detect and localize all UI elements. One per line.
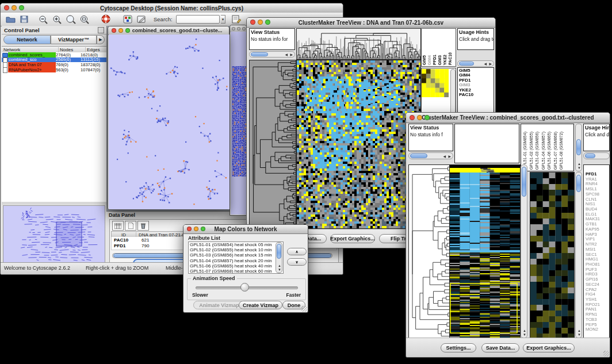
scroll-right-arrow[interactable]: ▶ <box>290 53 293 56</box>
attribute-list-item[interactable]: GPL51-04 (GSM857) heat shock 20 min <box>189 258 283 263</box>
network-view-canvas[interactable] <box>109 35 230 209</box>
scroll-left-arrow[interactable]: ◀ <box>484 62 487 66</box>
scroll-right-arrow[interactable]: ▶ <box>448 155 451 158</box>
tv2-button[interactable]: Settings... <box>441 343 476 352</box>
scroll-left-arrow[interactable]: ◀ <box>443 155 446 158</box>
zoom-selected-icon[interactable] <box>65 14 78 25</box>
zoom-in-icon[interactable] <box>51 14 64 25</box>
heatmap-scroll-thumb[interactable] <box>522 167 526 197</box>
tv2-zoom-heatmap[interactable] <box>530 172 575 338</box>
tv1-usage-scroll-thumb[interactable] <box>459 62 474 66</box>
minimize-button[interactable] <box>194 227 198 231</box>
scroll-up-arrow[interactable]: ▲ <box>577 329 581 332</box>
attribute-list-item[interactable]: GPL51-01 (GSM854) heat shock 05 min <box>189 242 283 247</box>
zoom-button[interactable] <box>201 227 205 231</box>
attribute-list[interactable]: GPL51-01 (GSM854) heat shock 05 minGPL51… <box>188 242 284 274</box>
scroll-left-arrow[interactable]: ◀ <box>285 53 288 56</box>
speed-slider-thumb[interactable] <box>240 283 249 292</box>
zoom-button[interactable] <box>125 28 130 33</box>
close-button[interactable] <box>250 20 255 25</box>
network-overview[interactable] <box>3 205 105 264</box>
tv1-status-scrollbar[interactable]: ◀ ▶ <box>249 51 295 58</box>
main-titlebar[interactable]: Cytoscape Desktop (Session Name: collins… <box>1 3 343 13</box>
tab-more[interactable]: ▶ <box>97 35 105 44</box>
tv2-usage-scroll-thumb[interactable] <box>585 154 595 158</box>
attribute-scroll-thumb[interactable] <box>277 244 281 259</box>
search-input[interactable] <box>176 15 220 24</box>
attribute-list-item[interactable]: GPL51-03 (GSM856) heat shock 15 min <box>189 252 283 258</box>
tv2-status-scrollbar[interactable]: ◀ ▶ <box>408 152 453 159</box>
attribute-select-icon[interactable] <box>112 221 124 231</box>
tv2-heatmap[interactable] <box>449 164 521 338</box>
zoom-out-icon[interactable] <box>37 14 50 25</box>
tv2-button[interactable]: Save Data... <box>481 343 519 352</box>
network-row[interactable]: combined_sco2569(6)13112(15) <box>2 58 106 63</box>
inactive-close-button[interactable] <box>232 27 235 30</box>
tv1-status-scroll-thumb[interactable] <box>251 52 268 56</box>
tv2-heatmap-vscrollbar[interactable]: ▲ ▼ <box>521 164 527 338</box>
network-row[interactable]: RNAPuberNov2+563(0)107847(0) <box>2 67 106 72</box>
new-attribute-icon[interactable] <box>125 221 136 231</box>
tab-vizmapper[interactable]: VizMapper™ <box>51 35 97 44</box>
minimize-button[interactable] <box>12 5 17 10</box>
dialog-button-create-vizmap[interactable]: Create Vizmap <box>239 301 282 309</box>
dense-network-view[interactable] <box>231 32 247 214</box>
scroll-up-arrow[interactable]: ▲ <box>523 329 526 332</box>
minimize-button[interactable] <box>417 115 422 120</box>
close-button[interactable] <box>410 115 415 120</box>
overview-divider[interactable] <box>2 202 106 205</box>
tv2-usage-scrollbar[interactable] <box>583 152 610 159</box>
attribute-list-item[interactable]: GPL51-06 (GSM865) heat shock 40 min <box>189 263 283 269</box>
attribute-list-item[interactable]: GPL51-02 (GSM855) heat shock 10 min <box>189 247 283 252</box>
close-button[interactable] <box>4 5 9 10</box>
scroll-down-arrow[interactable]: ▼ <box>523 333 526 336</box>
scroll-right-arrow[interactable]: ▶ <box>489 62 492 66</box>
tv2-button[interactable]: Export Graphics... <box>523 343 575 352</box>
tv1-usage-scrollbar[interactable]: ◀ ▶ <box>457 60 494 67</box>
network-row[interactable]: combined_scores_2764(0)16218(0) <box>2 52 106 58</box>
move-up-button[interactable]: ∧ <box>287 248 307 255</box>
zoom-button[interactable] <box>19 5 24 10</box>
network-row[interactable]: DNA and Tran 07769(0)183728(0) <box>2 62 106 67</box>
tv1-button[interactable]: Export Graphics... <box>330 234 375 243</box>
minimize-button[interactable] <box>118 28 123 33</box>
inactive-zoom-button[interactable] <box>242 27 246 30</box>
tv1-mini-heatmap[interactable] <box>422 69 449 97</box>
scroll-down-arrow[interactable]: ▼ <box>577 333 581 336</box>
open-file-icon[interactable] <box>4 14 17 25</box>
resize-grip[interactable] <box>301 306 307 312</box>
collabel-scroll-thumb[interactable] <box>576 139 581 155</box>
tv1-heatmap[interactable] <box>296 60 421 229</box>
resize-grip[interactable] <box>603 351 609 357</box>
attribute-list-item[interactable]: GPL51-07 (GSM868) heat shock 60 min <box>189 269 283 274</box>
save-icon[interactable] <box>18 14 30 25</box>
attribute-list-vscrollbar[interactable]: ▲ ▼ <box>276 242 282 273</box>
help-lifesaver-icon[interactable] <box>100 14 112 25</box>
tab-network[interactable]: Network <box>3 35 51 44</box>
zoom-scroll-thumb[interactable] <box>576 175 581 192</box>
search-dropdown-arrow[interactable]: ▾ <box>221 15 226 24</box>
minimize-button[interactable] <box>258 20 263 25</box>
tv2-status-scroll-thumb[interactable] <box>410 154 427 158</box>
treeview2-titlebar[interactable]: ClusterMaker TreeView : combined_scores_… <box>406 113 610 123</box>
scroll-down-arrow[interactable]: ▼ <box>577 166 581 170</box>
treeview1-titlebar[interactable]: ClusterMaker TreeView : DNA and Tran 07-… <box>247 18 495 28</box>
zoom-button[interactable] <box>265 20 270 25</box>
close-button[interactable] <box>112 28 116 33</box>
close-button[interactable] <box>187 227 192 231</box>
tv2-collabel-vscrollbar[interactable]: ▲ ▼ <box>575 124 582 171</box>
delete-attribute-icon[interactable] <box>137 221 149 231</box>
table-edit-icon[interactable] <box>230 14 243 25</box>
float-panel-icon[interactable] <box>98 27 104 33</box>
zoom-button[interactable] <box>424 115 430 120</box>
scroll-up-arrow[interactable]: ▲ <box>577 162 581 166</box>
scroll-down-arrow[interactable]: ▼ <box>278 268 281 271</box>
tv2-zoom-vscrollbar[interactable]: ▲ ▼ <box>575 172 582 338</box>
zoom-fit-icon[interactable] <box>79 14 91 25</box>
annotation-icon[interactable] <box>135 14 148 25</box>
move-down-button[interactable]: ∨ <box>287 258 307 266</box>
inactive-minimize-button[interactable] <box>237 27 240 30</box>
network-view-titlebar[interactable]: combined_scores_good.txt--cluste... <box>108 26 229 35</box>
vizmapper-squares-icon[interactable] <box>121 14 134 25</box>
dialog-titlebar[interactable]: Map Colors to Network <box>183 225 308 234</box>
